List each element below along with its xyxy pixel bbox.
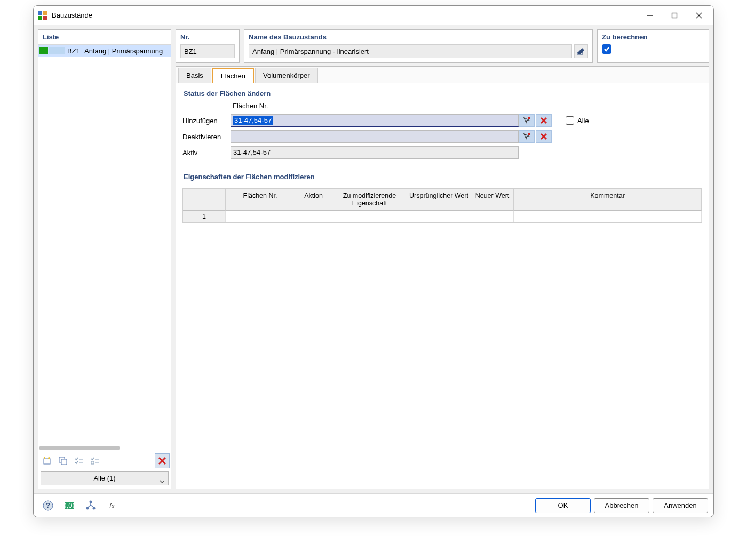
col-aktion: Aktion xyxy=(295,189,332,211)
col-orig: Ursprünglicher Wert xyxy=(407,189,471,211)
deactivate-pick-button[interactable] xyxy=(519,130,535,143)
svg-text:0,00: 0,00 xyxy=(63,501,75,509)
nr-field[interactable]: BZ1 xyxy=(180,44,235,58)
col-comment: Kommentar xyxy=(514,189,702,211)
delete-item-button[interactable] xyxy=(155,453,170,468)
list-item[interactable]: BZ1 Anfang | Primärspannung xyxy=(38,45,171,57)
cell-comment[interactable] xyxy=(514,211,702,222)
flaechen-nr-col-header: Flächen Nr. xyxy=(231,102,519,111)
alle-label: Alle xyxy=(577,117,589,125)
window-title: Bauzustände xyxy=(52,11,638,19)
props-section-header: Eigenschaften der Flächen modifizieren xyxy=(178,169,706,185)
app-icon xyxy=(38,11,47,20)
status-section-header: Status der Flächen ändern xyxy=(178,85,706,102)
name-field[interactable]: Anfang | Primärspannung - linearisiert xyxy=(249,44,572,58)
tab-volumenkoerper[interactable]: Volumenkörper xyxy=(255,68,317,83)
ok-button[interactable]: OK xyxy=(535,498,591,513)
deactivate-clear-button[interactable] xyxy=(536,130,552,143)
add-label: Hinzufügen xyxy=(182,117,231,125)
minimize-button[interactable] xyxy=(638,7,662,24)
svg-rect-1 xyxy=(43,11,47,15)
units-button[interactable]: 0,00 xyxy=(60,498,78,514)
svg-point-10 xyxy=(48,457,50,459)
deactivate-label: Deaktivieren xyxy=(182,133,231,141)
function-button[interactable]: fx xyxy=(103,498,121,514)
cell-aktion[interactable] xyxy=(295,211,332,222)
table-row[interactable]: 1 xyxy=(183,211,702,222)
svg-marker-9 xyxy=(44,457,45,459)
new-item-button[interactable] xyxy=(39,453,54,468)
col-flaechen-nr: Flächen Nr. xyxy=(226,189,295,211)
add-clear-button[interactable] xyxy=(536,114,552,127)
chevron-down-icon xyxy=(160,476,165,489)
list-item-name: Anfang | Primärspannung xyxy=(84,47,170,55)
close-button[interactable] xyxy=(687,7,711,24)
cell-orig[interactable] xyxy=(407,211,471,222)
add-pick-button[interactable] xyxy=(519,114,535,127)
svg-text:fx: fx xyxy=(109,502,115,510)
svg-rect-0 xyxy=(38,11,42,15)
color-swatch-icon xyxy=(49,47,65,54)
deactivate-input[interactable] xyxy=(231,130,519,143)
list-header: Liste xyxy=(38,30,171,45)
cancel-button[interactable]: Abbrechen xyxy=(594,498,649,513)
name-header: Name des Bauzustands xyxy=(244,30,592,42)
tab-flaechen[interactable]: Flächen xyxy=(212,68,254,83)
svg-rect-3 xyxy=(43,16,47,20)
tab-basis[interactable]: Basis xyxy=(178,68,211,83)
apply-button[interactable]: Anwenden xyxy=(653,498,708,513)
svg-text:?: ? xyxy=(46,501,50,509)
col-prop: Zu modifizierende Eigenschaft xyxy=(332,189,407,211)
col-new: Neuer Wert xyxy=(471,189,514,211)
list-pane: Liste BZ1 Anfang | Primärspannung xyxy=(38,29,171,489)
props-grid[interactable]: Flächen Nr. Aktion Zu modifizierende Eig… xyxy=(182,188,702,223)
cell-prop[interactable] xyxy=(332,211,407,222)
svg-point-33 xyxy=(90,500,92,503)
row-number: 1 xyxy=(183,211,226,222)
cell-flaechen-nr[interactable] xyxy=(226,211,295,222)
add-input[interactable]: 31-47,54-57 xyxy=(231,114,519,127)
svg-rect-8 xyxy=(44,459,50,464)
filter-select[interactable]: Alle (1) xyxy=(41,471,169,485)
list-item-id: BZ1 xyxy=(67,47,84,55)
active-field: 31-47,54-57 xyxy=(231,146,519,159)
filter-select-label: Alle (1) xyxy=(93,474,115,482)
edit-name-button[interactable] xyxy=(574,44,588,58)
color-swatch-icon xyxy=(39,47,48,54)
svg-rect-16 xyxy=(91,461,94,464)
alle-checkbox[interactable] xyxy=(566,116,574,125)
horizontal-scrollbar[interactable] xyxy=(38,444,171,451)
svg-rect-12 xyxy=(61,459,67,465)
tree-button[interactable] xyxy=(82,498,100,514)
cell-new[interactable] xyxy=(471,211,514,222)
svg-rect-5 xyxy=(672,13,677,18)
svg-rect-2 xyxy=(38,16,42,20)
maximize-button[interactable] xyxy=(662,7,687,24)
copy-item-button[interactable] xyxy=(55,453,70,468)
calc-header: Zu berechnen xyxy=(598,30,709,42)
active-label: Aktiv xyxy=(182,149,231,157)
nr-header: Nr. xyxy=(176,30,239,42)
calc-checkbox[interactable] xyxy=(602,44,611,54)
checklist-alt-button[interactable] xyxy=(88,453,102,468)
help-button[interactable]: ? xyxy=(39,498,57,514)
checklist-button[interactable] xyxy=(71,453,86,468)
